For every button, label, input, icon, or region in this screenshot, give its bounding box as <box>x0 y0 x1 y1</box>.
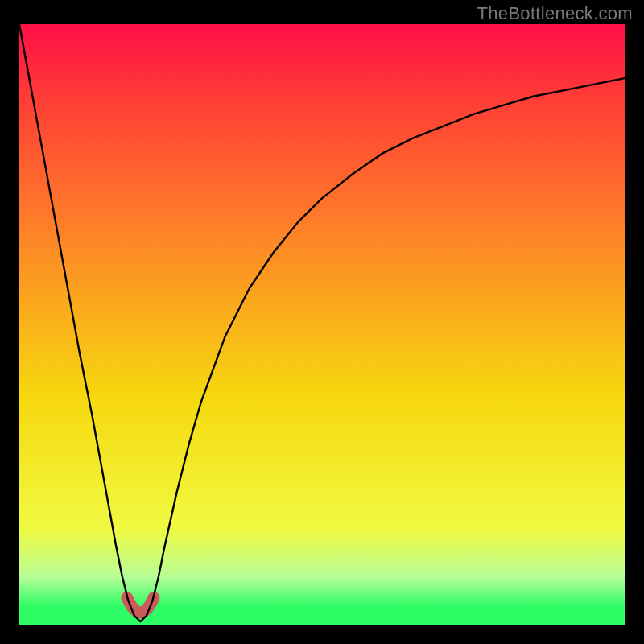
chart-frame: TheBottleneck.com <box>0 0 644 644</box>
gradient-background <box>19 24 625 625</box>
plot-outer <box>19 24 625 625</box>
bottleneck-plot <box>19 24 625 625</box>
watermark-text: TheBottleneck.com <box>477 3 633 24</box>
